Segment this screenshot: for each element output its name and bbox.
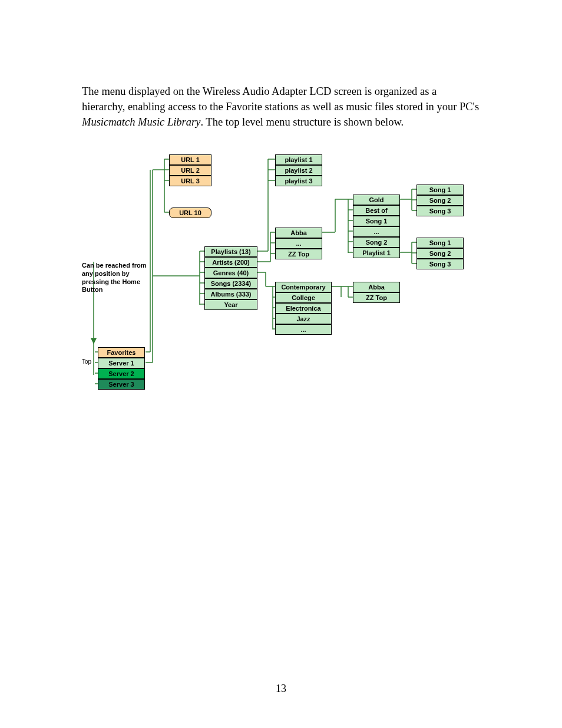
- category-box: Playlists (13): [204, 246, 257, 257]
- root-item-server: Server 2: [98, 368, 145, 379]
- url-box: URL 2: [169, 165, 211, 176]
- album-box: Song 1: [353, 216, 400, 226]
- playlist-box: playlist 1: [275, 154, 322, 165]
- song-box: Song 1: [416, 185, 464, 195]
- url-box: URL 3: [169, 176, 211, 186]
- playlist-box: playlist 2: [275, 165, 322, 176]
- category-box: Genres (40): [204, 268, 257, 278]
- album-box: Playlist 1: [353, 248, 400, 258]
- url-box: URL 10: [169, 207, 211, 218]
- category-box: Artists (200): [204, 257, 257, 268]
- song-box: Song 2: [416, 248, 464, 259]
- para-pre: The menu displayed on the Wireless Audio…: [82, 85, 479, 113]
- artist-box: ...: [275, 238, 322, 249]
- genre-box: ...: [275, 324, 332, 335]
- artist-box: ZZ Top: [275, 249, 322, 259]
- album-box: Gold: [353, 195, 400, 205]
- root-item-server: Server 3: [98, 379, 145, 390]
- genre-box: Contemporary: [275, 282, 332, 292]
- album-box: Best of: [353, 205, 400, 216]
- para-post: . The top level menu structure is shown …: [200, 116, 404, 128]
- svg-marker-1: [91, 338, 96, 343]
- song-box: Song 3: [416, 206, 464, 216]
- menu-hierarchy-diagram: Can be reached from any position by pres…: [82, 152, 482, 400]
- song-box: Song 1: [416, 238, 464, 248]
- home-button-note: Can be reached from any position by pres…: [82, 262, 153, 294]
- genre-box: Jazz: [275, 314, 332, 324]
- song-box: Song 2: [416, 195, 464, 206]
- genre-box: College: [275, 292, 332, 303]
- album-box: Song 2: [353, 237, 400, 248]
- album-box: ...: [353, 226, 400, 237]
- playlist-box: playlist 3: [275, 176, 322, 186]
- url-box: URL 1: [169, 154, 211, 165]
- song-box: Song 3: [416, 259, 464, 269]
- root-item-favorites: Favorites: [98, 347, 145, 358]
- genre-box: Electronica: [275, 303, 332, 314]
- category-box: Albums (333): [204, 289, 257, 299]
- category-box: Songs (2334): [204, 278, 257, 289]
- page-number: 13: [0, 683, 562, 695]
- root-item-server: Server 1: [98, 358, 145, 368]
- top-label: Top: [82, 358, 91, 365]
- category-box: Year: [204, 299, 257, 310]
- para-em: Musicmatch Music Library: [82, 116, 200, 128]
- intro-paragraph: The menu displayed on the Wireless Audio…: [82, 84, 482, 130]
- genre-artist-box: Abba: [353, 282, 400, 292]
- artist-box: Abba: [275, 228, 322, 238]
- genre-artist-box: ZZ Top: [353, 292, 400, 303]
